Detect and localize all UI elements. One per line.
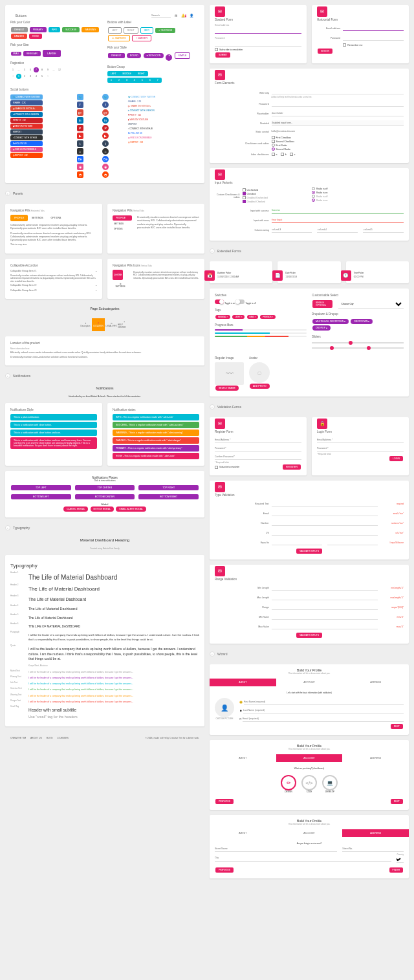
googleplus-button[interactable]: g+ SHARE ON GOOGLE+ (10, 106, 43, 111)
second-checkbox[interactable]: Second Checkbox (272, 140, 294, 143)
submit-button[interactable]: SUBMIT (215, 52, 230, 58)
footer-blog[interactable]: BLOG (47, 737, 53, 739)
success-input[interactable] (272, 208, 404, 213)
footer-licenses[interactable]: LICENSES (58, 737, 69, 739)
wiz-develop[interactable]: 💻 (322, 775, 338, 790)
wiz-street[interactable] (215, 846, 337, 852)
behance-text[interactable]: Be FOLLOW US (128, 132, 199, 135)
wiz-tab-address[interactable]: ADDRESS (342, 679, 409, 686)
wiz-country[interactable]: SINGLE SELECT (397, 856, 404, 863)
single-select[interactable]: SINGLE OPTION ▾ (312, 300, 332, 308)
warning-button[interactable]: WARNING (82, 27, 99, 32)
second-radio[interactable]: Second Radio (272, 147, 290, 151)
register-button[interactable]: REGISTER (283, 464, 301, 470)
youtube-round-icon[interactable]: ▶ (102, 133, 109, 139)
grp-4[interactable]: 4 (131, 78, 138, 83)
wiz-no[interactable] (342, 846, 404, 852)
eq-input1[interactable] (272, 539, 322, 545)
tumblr-button[interactable]: t REPOST (10, 129, 43, 135)
facebook-button[interactable]: f SHARE · 2.2K (10, 100, 43, 105)
info-button[interactable]: INFO (49, 27, 60, 32)
dribbble-button[interactable]: ◉ FIND US ON DRIBBBLE (10, 147, 43, 152)
success-button[interactable]: SUCCESS (62, 27, 80, 32)
accordion-item-3[interactable]: Collapsible Group Item #3⌄ (10, 289, 97, 292)
wiz-design[interactable]: ✏ (281, 775, 296, 790)
wiz-first[interactable] (244, 699, 404, 705)
tag-new[interactable]: NEW × (247, 315, 259, 319)
grp-left[interactable]: LEFT (107, 71, 120, 76)
col3-input[interactable] (272, 227, 312, 233)
behance-round-icon[interactable]: Be (102, 156, 109, 162)
help-input[interactable] (272, 89, 404, 94)
login-button[interactable]: LOGIN (389, 456, 403, 461)
pos-tc[interactable]: TOP CENTER (75, 485, 135, 490)
grp-right[interactable]: RIGHT (135, 71, 148, 76)
success-icon-button[interactable]: ✓ SUCCESS (155, 28, 175, 33)
behance-icon[interactable]: Be (77, 156, 83, 162)
grp-6[interactable]: 6 (146, 78, 154, 83)
datetime-value[interactable]: 11/06/2018 12:00 AM (217, 276, 239, 279)
pinterest-round-icon[interactable]: P (102, 125, 109, 131)
tab-desc[interactable]: ℹDescription (79, 318, 92, 331)
round-button[interactable]: ROUND (127, 53, 142, 58)
pinterest-icon[interactable]: P (77, 125, 83, 131)
minval-input[interactable] (272, 614, 378, 620)
tab-options[interactable]: OPTIONS (47, 215, 65, 221)
wiz3-prev[interactable]: PREVIOUS (215, 867, 234, 873)
icon-text-button[interactable]: ♥ WITH ICON (144, 53, 164, 58)
add-photo-button[interactable]: ADD PHOTO (250, 384, 270, 389)
wiz3-finish[interactable]: FINISH (389, 867, 403, 873)
notice-modal-button[interactable]: NOTICE MODAL (91, 506, 114, 512)
vtab-options[interactable]: OPTIONS (113, 226, 132, 232)
radio-off[interactable]: Radio is off (312, 187, 327, 190)
pos-br[interactable]: BOTTOM RIGHT (138, 494, 199, 499)
wiz2-prev[interactable]: PREVIOUS (215, 799, 234, 804)
pos-tl[interactable]: TOP LEFT (11, 485, 71, 490)
wiz-tab-about[interactable]: ABOUT (210, 679, 276, 686)
wiz-email[interactable] (243, 716, 404, 722)
info-outline-button[interactable]: INFO (140, 27, 153, 34)
wiz2-tab-about[interactable]: ABOUT (210, 754, 276, 762)
wiz-next[interactable]: NEXT (391, 724, 403, 729)
validate-range-button[interactable]: VALIDATE INPUTS (296, 633, 322, 638)
googleplus-round-icon[interactable]: g+ (102, 109, 109, 116)
range-input[interactable] (272, 604, 378, 610)
wiz-last[interactable] (243, 708, 404, 713)
date-value[interactable]: 11/06/2018 (285, 276, 297, 279)
reddit-button[interactable]: ◓ REPOST · 232 (10, 153, 43, 158)
twitter-icon[interactable]: 🐦 (77, 94, 83, 100)
facebook-round-icon[interactable]: f (102, 102, 109, 108)
youtube-button[interactable]: ▶ VIEW ON YOUTUBE (10, 124, 43, 129)
tab-settings[interactable]: SETTINGS (28, 215, 47, 221)
tumblr-round-icon[interactable]: t (102, 140, 109, 147)
github-text[interactable]: ⌂ CONNECT WITH GITHUB (128, 127, 199, 130)
settings-icon-tab[interactable]: ⚙SETTINGS (113, 281, 128, 289)
grp-3[interactable]: 3 (123, 78, 131, 83)
reddit-icon[interactable]: ◓ (77, 171, 83, 178)
tab-location[interactable]: 📍LOCATION (92, 318, 105, 331)
dashboard-icon[interactable]: ⊞ (173, 13, 179, 18)
linkedin-button[interactable]: in CONNECT WITH LINKEDIN (10, 112, 43, 117)
validate-button[interactable]: VALIDATE INPUTS (296, 549, 322, 554)
error-input[interactable] (272, 217, 404, 223)
dribbble-text[interactable]: ◉ FIND US ON DRIBBBLE (128, 136, 199, 139)
small-modal-button[interactable]: SMALL ALERT MODAL (116, 506, 146, 512)
youtube-icon[interactable]: ▶ (77, 133, 83, 139)
home-icon-tab[interactable]: ⌂HOME (113, 270, 123, 280)
classic-modal-button[interactable]: CLASSIC MODAL (63, 506, 88, 512)
simple-button[interactable]: SIMPLE (175, 52, 191, 59)
reg-email[interactable] (215, 437, 301, 443)
twitter-round-icon[interactable]: 🐦 (102, 94, 109, 100)
tumblr-icon[interactable]: t (77, 140, 83, 147)
inline-a[interactable]: a (272, 153, 278, 156)
regular-button[interactable]: REGULAR (23, 51, 41, 56)
vtab-profile[interactable]: PROFILE (113, 215, 132, 221)
multilevel-dropdown[interactable]: MULTILEVEL DROPDOWN ▾ (312, 319, 349, 324)
req-input[interactable] (272, 501, 378, 506)
github-round-icon[interactable]: ⌂ (102, 148, 109, 155)
h-password-input[interactable] (343, 35, 404, 41)
grp-7[interactable]: 7 (154, 78, 162, 83)
city-select[interactable]: Choose City (338, 299, 404, 309)
grp-middle[interactable]: MIDDLE (120, 71, 135, 76)
accordion-item-2[interactable]: Collapsible Group Item #2⌄ (10, 284, 97, 287)
